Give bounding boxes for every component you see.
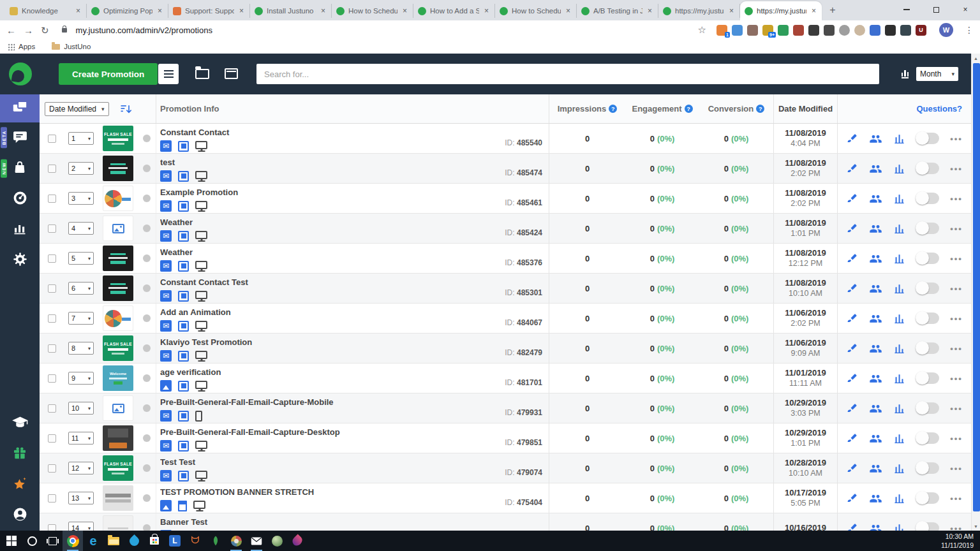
enable-toggle[interactable] (916, 133, 939, 144)
enable-toggle[interactable] (916, 223, 939, 234)
row-analytics-button[interactable] (893, 133, 905, 145)
row-checkbox[interactable] (48, 344, 56, 353)
taskbar-cortana-search[interactable] (22, 531, 42, 551)
sort-field-select[interactable]: Date Modified▾ (45, 102, 109, 116)
browser-menu-icon[interactable]: ⋮ (965, 25, 974, 35)
browser-tab[interactable]: Support: Support A × (168, 4, 250, 18)
taskbar-green-leaf-app[interactable] (205, 531, 226, 551)
row-checkbox[interactable] (48, 254, 56, 263)
enable-toggle[interactable] (916, 163, 939, 174)
engagement-help-icon[interactable]: ? (685, 105, 693, 113)
audience-button[interactable] (869, 522, 882, 531)
edit-design-button[interactable] (846, 402, 858, 415)
rank-select[interactable]: 7▾ (68, 312, 94, 325)
sort-direction-icon[interactable] (119, 103, 132, 115)
rank-select[interactable]: 6▾ (68, 282, 94, 295)
browser-tab[interactable]: How to Schedule a × (332, 4, 413, 18)
period-select[interactable]: Month▾ (916, 67, 958, 81)
minimize-button[interactable] (892, 0, 921, 19)
audience-button[interactable] (869, 222, 882, 235)
more-options-button[interactable]: ••• (950, 224, 963, 233)
more-options-button[interactable]: ••• (950, 314, 963, 323)
browser-tab[interactable]: How to Add a Start × (413, 4, 495, 18)
more-options-button[interactable]: ••• (950, 524, 963, 531)
row-analytics-button[interactable] (893, 193, 905, 205)
row-checkbox[interactable] (48, 404, 56, 413)
extension-icon[interactable] (854, 25, 865, 36)
audience-button[interactable] (869, 492, 882, 505)
more-options-button[interactable]: ••• (950, 404, 963, 413)
browser-tab[interactable]: https://my.justuno. × (740, 1, 822, 20)
browser-tab[interactable]: How to Schedule a × (495, 4, 577, 18)
sidebar-item-account[interactable] (0, 500, 40, 531)
sidebar-item-messaging[interactable]: BETA (0, 122, 40, 153)
rank-select[interactable]: 5▾ (68, 252, 94, 265)
scroll-down-arrow[interactable]: ▼ (972, 522, 980, 531)
enable-toggle[interactable] (916, 283, 939, 294)
row-analytics-button[interactable] (893, 372, 905, 385)
edit-design-button[interactable] (846, 492, 858, 504)
taskbar-microsoft-store[interactable] (144, 531, 165, 551)
rank-select[interactable]: 13▾ (68, 492, 94, 504)
more-options-button[interactable]: ••• (950, 284, 963, 293)
extension-icon[interactable] (839, 25, 850, 36)
impressions-help-icon[interactable]: ? (609, 105, 617, 113)
taskbar-file-explorer[interactable] (103, 531, 124, 551)
taskbar-task-view[interactable] (42, 531, 63, 551)
edit-design-button[interactable] (846, 312, 858, 325)
sidebar-item-settings[interactable] (0, 245, 40, 276)
rank-select[interactable]: 1▾ (68, 132, 94, 145)
row-analytics-button[interactable] (893, 253, 905, 265)
edit-design-button[interactable] (846, 253, 858, 265)
archive-view-button[interactable] (225, 68, 238, 79)
row-checkbox[interactable] (48, 434, 56, 443)
edit-design-button[interactable] (846, 283, 858, 295)
row-checkbox[interactable] (48, 494, 56, 503)
rank-select[interactable]: 9▾ (68, 372, 94, 385)
extension-icon[interactable] (808, 25, 819, 36)
extension-icon[interactable] (778, 25, 789, 36)
row-analytics-button[interactable] (893, 462, 905, 474)
sidebar-item-analytics[interactable] (0, 214, 40, 245)
edit-design-button[interactable] (846, 462, 858, 474)
row-analytics-button[interactable] (893, 432, 905, 444)
row-checkbox[interactable] (48, 374, 56, 383)
row-checkbox[interactable] (48, 314, 56, 323)
sidebar-item-commerce[interactable]: NEW (0, 153, 40, 184)
row-checkbox[interactable] (48, 224, 56, 233)
enable-toggle[interactable] (916, 522, 939, 531)
taskbar-start[interactable] (1, 531, 22, 551)
row-analytics-button[interactable] (893, 342, 905, 355)
more-options-button[interactable]: ••• (950, 254, 963, 263)
bookmark-star-icon[interactable]: ☆ (698, 24, 706, 36)
url-field[interactable]: my.justuno.com/admin/v2/promotions (76, 26, 690, 35)
sidebar-item-dashboard[interactable] (0, 184, 40, 214)
row-analytics-button[interactable] (893, 312, 905, 325)
edit-design-button[interactable] (846, 342, 858, 355)
tab-close-icon[interactable]: × (238, 6, 245, 15)
extension-icon[interactable]: 1 (716, 25, 727, 36)
taskbar-color-wheel-app[interactable] (226, 531, 246, 551)
edit-design-button[interactable] (846, 432, 858, 444)
extension-icon[interactable]: U (916, 25, 926, 36)
enable-toggle[interactable] (916, 312, 939, 324)
taskbar-orange-cat-app[interactable] (185, 531, 205, 551)
row-analytics-button[interactable] (893, 522, 905, 531)
sidebar-item-promotions[interactable] (0, 94, 40, 122)
bookmark-apps[interactable]: Apps (19, 43, 35, 50)
conversion-help-icon[interactable]: ? (756, 105, 764, 113)
audience-button[interactable] (869, 162, 882, 175)
scrollbar-thumb[interactable] (973, 63, 980, 511)
tab-close-icon[interactable]: × (401, 6, 408, 15)
taskbar-clock[interactable]: 10:30 AM 11/11/2019 (941, 532, 980, 550)
list-view-button[interactable] (158, 64, 179, 84)
row-checkbox[interactable] (48, 464, 56, 473)
taskbar-l-app[interactable]: L (165, 531, 185, 551)
tab-close-icon[interactable]: × (156, 6, 163, 15)
sidebar-item-whats-new[interactable] (0, 469, 40, 500)
row-analytics-button[interactable] (893, 223, 905, 235)
more-options-button[interactable]: ••• (950, 194, 963, 203)
tab-close-icon[interactable]: × (483, 6, 490, 15)
browser-tab[interactable]: A/B Testing in Justu × (577, 4, 658, 18)
audience-button[interactable] (869, 402, 882, 415)
